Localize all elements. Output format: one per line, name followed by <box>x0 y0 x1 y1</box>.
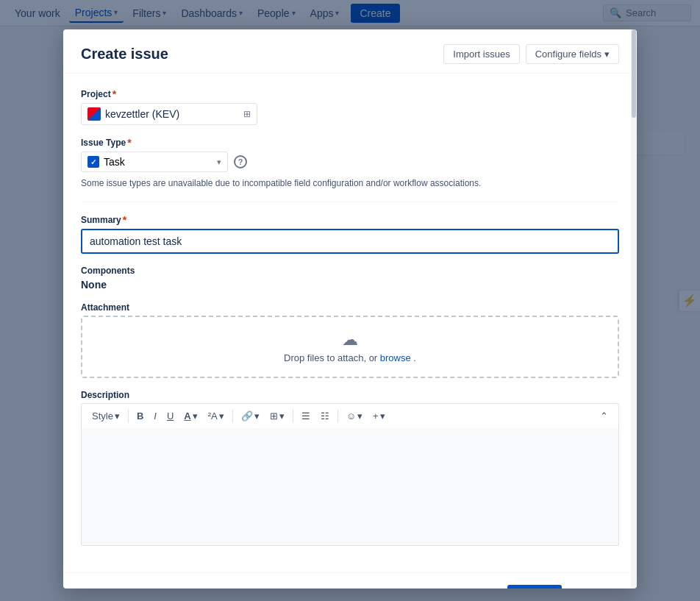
components-field-group: Components None <box>81 266 619 291</box>
modal-overlay: Create issue Import issues Configure fie… <box>0 0 700 601</box>
toolbar-emoji-button[interactable]: ☺ ▾ <box>342 408 367 424</box>
collapse-icon: ⌃ <box>600 410 608 422</box>
issue-type-row: Task ▾ ? <box>81 152 619 172</box>
create-button[interactable]: Create <box>507 585 562 588</box>
table-chevron: ▾ <box>279 410 285 422</box>
toolbar-sep-3 <box>293 410 293 423</box>
emoji-icon: ☺ <box>346 410 356 422</box>
font-color-a: A <box>184 410 190 422</box>
configure-chevron-icon: ▾ <box>604 49 610 60</box>
description-label: Description <box>81 390 619 400</box>
modal-title: Create issue <box>81 46 168 63</box>
toolbar-font-size-button[interactable]: ²A ▾ <box>204 408 229 424</box>
toolbar-font-color-button[interactable]: A ▾ <box>179 408 201 424</box>
description-editor[interactable] <box>81 428 619 546</box>
attachment-label: Attachment <box>81 302 619 313</box>
modal-scrollbar[interactable] <box>631 29 637 588</box>
toolbar-numbered-list-button[interactable]: ☷ <box>316 408 334 424</box>
issue-type-help-icon[interactable]: ? <box>234 155 247 168</box>
task-icon <box>88 156 99 168</box>
toolbar-sep-4 <box>338 410 338 423</box>
more-icon: + <box>373 410 379 422</box>
upload-cloud-icon: ☁ <box>96 330 604 349</box>
toolbar-bullet-list-button[interactable]: ☰ <box>297 408 315 424</box>
toolbar-italic-button[interactable]: I <box>149 408 161 424</box>
project-name: kevzettler (KEV) <box>105 108 179 120</box>
project-required-marker: * <box>113 88 116 100</box>
description-toolbar: Style ▾ B I U A ▾ ²A ▾ <box>81 403 619 428</box>
toolbar-link-button[interactable]: 🔗 ▾ <box>237 408 264 424</box>
attachment-dropzone[interactable]: ☁ Drop files to attach, or browse . <box>81 316 619 378</box>
style-chevron-icon: ▾ <box>115 410 120 422</box>
components-value: None <box>81 279 619 291</box>
scrollbar-thumb <box>632 29 636 118</box>
modal-body: Project * kevzettler (KEV) ⊞ Issue Type … <box>63 74 637 572</box>
font-size-chevron: ▾ <box>219 410 224 422</box>
issue-type-value: Task <box>104 156 125 168</box>
create-issue-modal: Create issue Import issues Configure fie… <box>63 29 637 588</box>
toolbar-table-button[interactable]: ⊞ ▾ <box>265 408 289 424</box>
modal-header: Create issue Import issues Configure fie… <box>63 29 637 74</box>
toolbar-style-button[interactable]: Style ▾ <box>88 408 124 424</box>
cancel-button[interactable]: Cancel <box>569 585 619 588</box>
link-chevron: ▾ <box>254 410 260 422</box>
summary-required-marker: * <box>123 214 126 226</box>
attachment-field-group: Attachment ☁ Drop files to attach, or br… <box>81 302 619 378</box>
toolbar-more-button[interactable]: + ▾ <box>368 408 390 424</box>
issue-type-field-group: Issue Type * Task ▾ ? Some issue types a… <box>81 137 619 190</box>
toolbar-sep-1 <box>128 410 129 423</box>
attachment-drop-text: Drop files to attach, or <box>284 352 380 363</box>
configure-fields-button[interactable]: Configure fields ▾ <box>526 44 619 64</box>
summary-field-group: Summary * <box>81 214 619 254</box>
issue-type-notice: Some issue types are unavailable due to … <box>81 177 619 190</box>
modal-header-actions: Import issues Configure fields ▾ <box>443 44 619 64</box>
import-issues-button[interactable]: Import issues <box>443 44 519 64</box>
description-field-group: Description Style ▾ B I U A ▾ <box>81 390 619 546</box>
font-color-chevron: ▾ <box>193 410 198 422</box>
emoji-chevron: ▾ <box>357 410 362 422</box>
project-select[interactable]: kevzettler (KEV) ⊞ <box>81 103 257 125</box>
toolbar-underline-button[interactable]: U <box>162 408 178 424</box>
issue-type-required-marker: * <box>127 137 131 149</box>
summary-label: Summary * <box>81 214 619 226</box>
project-field-group: Project * kevzettler (KEV) ⊞ <box>81 88 619 125</box>
project-select-caret-icon: ⊞ <box>243 109 251 119</box>
toolbar-collapse-button[interactable]: ⌃ <box>596 408 612 424</box>
table-icon: ⊞ <box>270 410 278 422</box>
summary-input[interactable] <box>81 229 619 254</box>
issue-type-select[interactable]: Task ▾ <box>81 152 228 172</box>
more-chevron: ▾ <box>380 410 385 422</box>
modal-footer: Create another Create Cancel <box>63 572 637 588</box>
attachment-browse-link[interactable]: browse <box>380 352 411 363</box>
issue-type-label: Issue Type * <box>81 137 619 149</box>
attachment-period: . <box>413 352 416 363</box>
link-icon: 🔗 <box>241 410 253 422</box>
toolbar-sep-2 <box>232 410 233 423</box>
project-icon <box>88 107 101 121</box>
project-label: Project * <box>81 88 619 100</box>
divider-1 <box>81 202 619 202</box>
issue-type-arrow-icon: ▾ <box>217 157 221 167</box>
toolbar-bold-button[interactable]: B <box>132 408 148 424</box>
components-label: Components <box>81 266 619 276</box>
